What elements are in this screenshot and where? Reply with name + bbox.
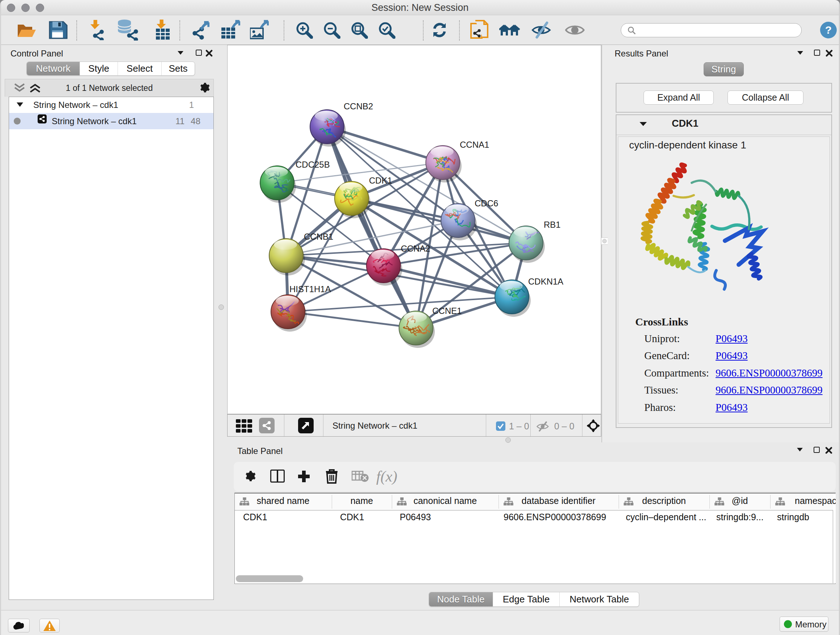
svg-text:RB1: RB1 (544, 220, 561, 230)
svg-text:CDK1: CDK1 (369, 176, 392, 185)
svg-text:CDKN1A: CDKN1A (528, 277, 563, 287)
svg-text:CCNA1: CCNA1 (460, 140, 489, 149)
svg-text:CCNB1: CCNB1 (304, 232, 333, 241)
svg-text:CCNA2: CCNA2 (401, 244, 430, 253)
svg-text:HIST1H1A: HIST1H1A (289, 284, 331, 294)
svg-text:CCNE1: CCNE1 (432, 306, 462, 316)
svg-text:CDC25B: CDC25B (295, 160, 330, 169)
svg-text:CCNB2: CCNB2 (344, 101, 373, 111)
svg-text:CDC6: CDC6 (475, 198, 498, 208)
